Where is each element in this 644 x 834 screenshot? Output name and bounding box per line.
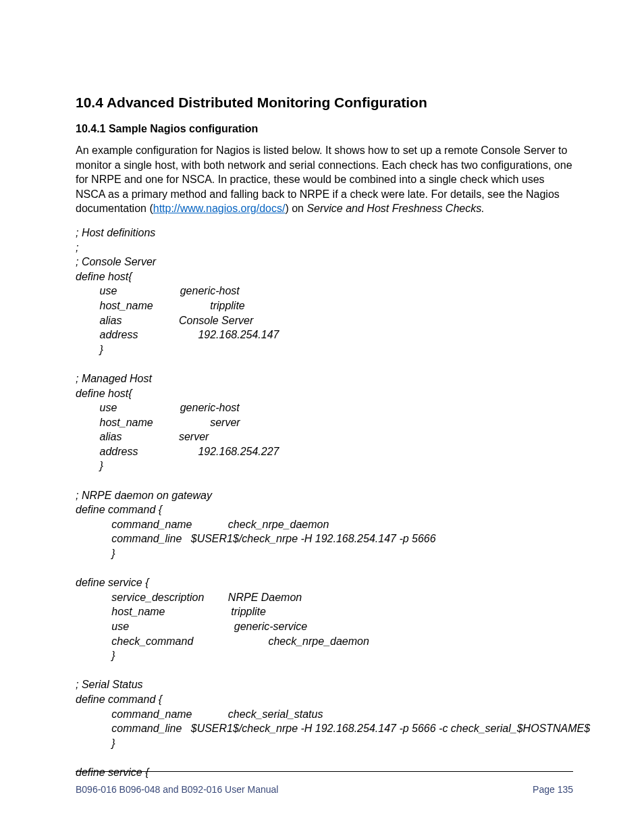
config-code-block: ; Host definitions ; ; Console Server de… — [76, 226, 573, 780]
intro-text-b: ) on — [285, 203, 306, 214]
footer-divider — [76, 771, 573, 772]
section-heading: 10.4 Advanced Distributed Monitoring Con… — [76, 95, 573, 111]
intro-text-italic: Service and Host Freshness Checks. — [306, 203, 484, 214]
nagios-docs-link[interactable]: http://www.nagios.org/docs/ — [153, 203, 286, 214]
document-page: 10.4 Advanced Distributed Monitoring Con… — [0, 0, 644, 834]
page-footer: B096-016 B096-048 and B092-016 User Manu… — [76, 784, 573, 795]
subsection-heading: 10.4.1 Sample Nagios configuration — [76, 123, 573, 135]
footer-left: B096-016 B096-048 and B092-016 User Manu… — [76, 784, 278, 795]
intro-paragraph: An example configuration for Nagios is l… — [76, 143, 573, 216]
footer-right: Page 135 — [533, 784, 573, 795]
